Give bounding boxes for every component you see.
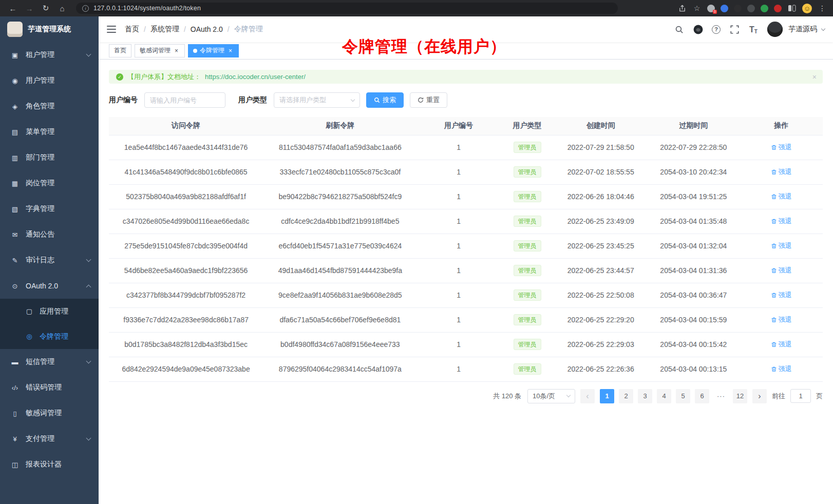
sidebar-item-menu[interactable]: ▤菜单管理 xyxy=(0,119,99,145)
page-button-1[interactable]: 1 xyxy=(600,389,614,403)
user-type-placeholder: 请选择用户类型 xyxy=(279,95,326,105)
sidebar-item-label: 用户管理 xyxy=(26,76,90,85)
browser-home-icon[interactable]: ⌂ xyxy=(55,2,69,14)
tab-close-icon[interactable]: × xyxy=(173,47,180,54)
breadcrumb-item[interactable]: 首页 xyxy=(125,25,139,34)
sidebar-item-dept[interactable]: ▥部门管理 xyxy=(0,145,99,170)
access-token-cell: f9336e7c7dd242a283ee98dc86b17a87 xyxy=(109,307,263,332)
sidebar-item-app[interactable]: ▢应用管理 xyxy=(0,299,99,324)
page-button-3[interactable]: 3 xyxy=(638,389,652,403)
tab-item-1[interactable]: 敏感词管理× xyxy=(135,44,185,57)
github-icon[interactable] xyxy=(693,24,703,34)
user-avatar[interactable] xyxy=(767,22,783,37)
reset-button[interactable]: 重置 xyxy=(410,92,447,108)
sidebar-item-post[interactable]: ▦岗位管理 xyxy=(0,170,99,196)
force-logout-button[interactable]: 强退 xyxy=(771,192,792,201)
fullscreen-icon[interactable] xyxy=(729,24,740,34)
user-name[interactable]: 芋道源码 xyxy=(788,25,817,34)
user-type-select[interactable]: 请选择用户类型 xyxy=(274,92,360,108)
sidebar-item-sensitive-word[interactable]: ▯敏感词管理 xyxy=(0,400,99,426)
page-button-6[interactable]: 6 xyxy=(695,389,709,403)
breadcrumb-item[interactable]: OAuth 2.0 xyxy=(191,25,223,33)
force-logout-button[interactable]: 强退 xyxy=(771,241,792,250)
user-icon: ◉ xyxy=(11,77,19,85)
pagination-ellipsis[interactable]: ··· xyxy=(714,392,728,400)
user-id-input[interactable] xyxy=(144,92,225,108)
sidebar-item-sms[interactable]: ▬短信管理 xyxy=(0,349,99,375)
next-page-button[interactable]: › xyxy=(752,389,767,403)
user-type-cell: 管理员 xyxy=(500,332,555,357)
refresh-token-cell: 8796295f04064c2983414cc54af1097a xyxy=(263,357,417,381)
prev-page-button[interactable]: ‹ xyxy=(580,389,595,403)
force-logout-button[interactable]: 强退 xyxy=(771,143,792,152)
sidebar-item-user[interactable]: ◉用户管理 xyxy=(0,68,99,93)
sidebar-toggle-icon[interactable] xyxy=(107,26,116,33)
force-logout-button[interactable]: 强退 xyxy=(771,167,792,177)
browser-menu-icon[interactable]: ⋮ xyxy=(818,4,827,13)
help-icon[interactable]: ? xyxy=(712,25,721,34)
page-size-select[interactable]: 10条/页 xyxy=(527,389,575,403)
tab-item-2[interactable]: 令牌管理× xyxy=(188,44,239,57)
sidebar-item-tenant[interactable]: ▣租户管理 xyxy=(0,42,99,68)
search-button[interactable]: 搜索 xyxy=(366,92,404,108)
force-logout-button[interactable]: 强退 xyxy=(771,340,792,349)
sidebar-item-token[interactable]: ◎令牌管理 xyxy=(0,324,99,349)
dict-icon: ▧ xyxy=(11,205,19,213)
sensitive-word-icon: ▯ xyxy=(11,410,19,417)
extension-icon[interactable] xyxy=(734,5,742,12)
page-content: ✓ 【用户体系】文档地址： https://doc.iocoder.cn/use… xyxy=(99,60,833,504)
user-type-tag: 管理员 xyxy=(514,289,541,301)
browser-forward-icon[interactable]: → xyxy=(23,2,36,14)
extension-icon[interactable] xyxy=(761,5,768,12)
sidebar-item-audit-log[interactable]: ✎审计日志 xyxy=(0,247,99,273)
split-view-icon[interactable] xyxy=(787,4,797,13)
sidebar-item-notice[interactable]: ✉通知公告 xyxy=(0,222,99,247)
tab-close-icon[interactable]: × xyxy=(227,47,234,54)
force-logout-button[interactable]: 强退 xyxy=(771,364,792,374)
sidebar-item-error-code[interactable]: ‹/›错误码管理 xyxy=(0,375,99,400)
page-button-5[interactable]: 5 xyxy=(676,389,690,403)
sidebar-item-oauth2[interactable]: ⊙OAuth 2.0 xyxy=(0,273,99,299)
refresh-token-cell: 9ce8ef2aa9f14056b831ae9b608e28d5 xyxy=(263,283,417,307)
force-logout-button[interactable]: 强退 xyxy=(771,217,792,226)
tab-item-0[interactable]: 首页 xyxy=(109,44,131,57)
page-button-4[interactable]: 4 xyxy=(657,389,671,403)
sidebar-item-label: 字典管理 xyxy=(26,204,90,214)
page-button-2[interactable]: 2 xyxy=(619,389,633,403)
extension-icon[interactable] xyxy=(774,5,782,12)
goto-page-input[interactable] xyxy=(790,389,811,403)
breadcrumb-separator: / xyxy=(184,25,186,33)
sidebar-item-report[interactable]: ◫报表设计器 xyxy=(0,452,99,477)
alert-doc-link[interactable]: https://doc.iocoder.cn/user-center/ xyxy=(205,73,306,81)
site-info-icon[interactable]: i xyxy=(82,5,89,12)
page-button-12[interactable]: 12 xyxy=(733,389,747,403)
extension-icon[interactable] xyxy=(721,5,728,12)
breadcrumb-item[interactable]: 系统管理 xyxy=(150,25,179,34)
force-logout-button[interactable]: 强退 xyxy=(771,266,792,275)
user-menu-caret-icon[interactable] xyxy=(821,26,825,30)
search-icon[interactable] xyxy=(674,24,684,34)
sidebar-item-dict[interactable]: ▧字典管理 xyxy=(0,196,99,222)
alert-close-icon[interactable]: × xyxy=(812,73,817,81)
bookmark-star-icon[interactable]: ☆ xyxy=(692,4,702,13)
sidebar-item-role[interactable]: ◈角色管理 xyxy=(0,93,99,119)
goto-suffix: 页 xyxy=(816,392,823,401)
sidebar-item-pay[interactable]: ¥支付管理 xyxy=(0,426,99,452)
app-logo[interactable]: 芋道管理系统 xyxy=(0,16,99,42)
browser-profile-avatar[interactable]: ☺ xyxy=(802,4,812,13)
extension-icon[interactable] xyxy=(747,5,755,12)
app-header: 首页/系统管理/OAuth 2.0/令牌管理 ? TT 芋道源码 xyxy=(99,16,833,42)
extension-icon[interactable]: 0 xyxy=(707,5,715,12)
force-logout-button[interactable]: 强退 xyxy=(771,290,792,300)
share-icon[interactable] xyxy=(677,4,687,13)
force-logout-button[interactable]: 强退 xyxy=(771,315,792,324)
user-id-cell: 1 xyxy=(417,209,500,234)
browser-address-bar[interactable]: i 127.0.0.1:1024/system/oauth2/token xyxy=(76,3,618,14)
goto-label: 前往 xyxy=(772,392,785,401)
notice-icon: ✉ xyxy=(11,231,19,239)
font-size-icon[interactable]: TT xyxy=(748,24,759,34)
force-logout-label: 强退 xyxy=(779,143,792,152)
browser-back-icon[interactable]: ← xyxy=(6,2,20,14)
app-icon: ▢ xyxy=(25,307,33,315)
browser-reload-icon[interactable]: ↻ xyxy=(39,2,52,14)
